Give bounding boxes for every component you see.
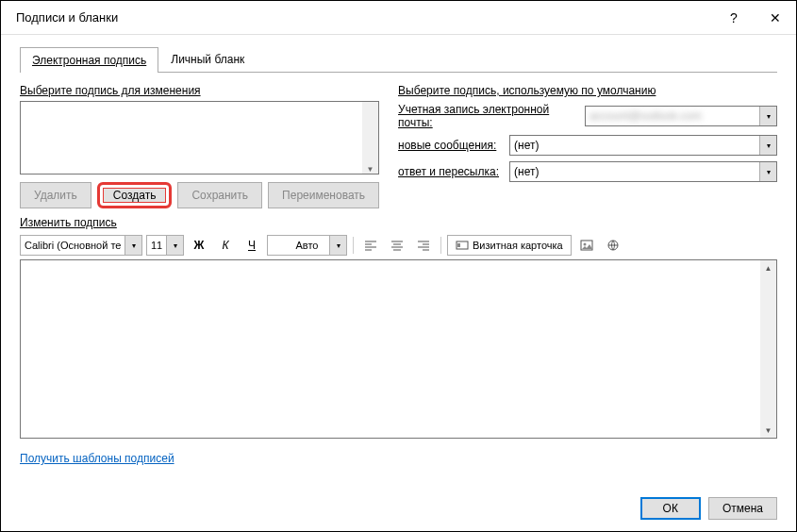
account-select[interactable]: account@outlook.com ▾: [585, 106, 777, 126]
close-button[interactable]: ✕: [755, 4, 796, 32]
svg-point-3: [583, 243, 586, 246]
chevron-down-icon: ▾: [759, 136, 776, 155]
font-value: Calibri (Основной те: [25, 240, 121, 251]
content-area: Электронная подпись Личный бланк Выберит…: [1, 35, 796, 473]
insert-picture-button[interactable]: [575, 235, 598, 256]
chevron-down-icon: ▾: [759, 107, 776, 125]
save-button[interactable]: Сохранить: [177, 182, 262, 208]
new-messages-select[interactable]: (нет) ▾: [509, 135, 777, 156]
svg-rect-1: [457, 243, 460, 247]
listbox-scrollbar[interactable]: ▼: [362, 102, 378, 174]
italic-button[interactable]: К: [214, 235, 237, 256]
signature-listbox[interactable]: ▼: [20, 101, 379, 175]
create-button[interactable]: Создать: [97, 182, 173, 208]
insert-hyperlink-button[interactable]: [602, 235, 624, 256]
bold-button[interactable]: Ж: [188, 235, 210, 256]
replies-select[interactable]: (нет) ▾: [509, 161, 777, 182]
separator: [440, 237, 441, 254]
upper-panel: Выберите подпись для изменения ▼ Удалить…: [20, 84, 777, 208]
picture-icon: [580, 239, 593, 252]
chevron-down-icon: ▾: [125, 236, 141, 255]
align-center-icon: [390, 239, 404, 252]
replies-label: ответ и пересылка:: [398, 165, 502, 178]
tabs: Электронная подпись Личный бланк: [20, 46, 777, 73]
account-value: account@outlook.com: [589, 109, 702, 123]
align-right-icon: [417, 239, 430, 252]
help-button[interactable]: ?: [713, 4, 755, 32]
font-select[interactable]: Calibri (Основной те ▾: [20, 235, 142, 256]
default-signature-label: Выберите подпись, используемую по умолча…: [398, 84, 656, 97]
left-column: Выберите подпись для изменения ▼ Удалить…: [20, 84, 379, 208]
edit-signature-label: Изменить подпись: [20, 216, 117, 229]
scroll-up-icon: ▲: [761, 260, 775, 275]
business-card-icon: [456, 239, 469, 252]
align-left-icon: [364, 239, 377, 252]
account-row: Учетная запись электронной почты: accoun…: [398, 103, 777, 129]
business-card-button[interactable]: Визитная карточка: [447, 235, 572, 256]
color-value: Авто: [296, 240, 319, 251]
select-signature-label: Выберите подпись для изменения: [20, 84, 201, 97]
hyperlink-icon: [606, 239, 620, 252]
tab-signature[interactable]: Электронная подпись: [20, 47, 158, 73]
ok-button[interactable]: ОК: [640, 497, 701, 520]
biz-card-label: Визитная карточка: [473, 240, 563, 251]
underline-button[interactable]: Ч: [241, 235, 263, 256]
cancel-button[interactable]: Отмена: [708, 497, 777, 520]
separator: [353, 237, 354, 254]
tab-stationery[interactable]: Личный бланк: [158, 46, 257, 72]
chevron-down-icon: ▾: [329, 236, 346, 255]
font-color-select[interactable]: Авто ▾: [267, 235, 347, 256]
align-left-button[interactable]: [359, 235, 382, 256]
align-right-button[interactable]: [412, 235, 435, 256]
window-title: Подписи и бланки: [16, 10, 713, 25]
account-label: Учетная запись электронной почты:: [398, 103, 577, 129]
right-column: Выберите подпись, используемую по умолча…: [398, 84, 777, 208]
replies-row: ответ и пересылка: (нет) ▾: [398, 161, 777, 182]
footer-buttons: ОК Отмена: [640, 497, 777, 520]
editor-scrollbar[interactable]: ▲ ▼: [760, 260, 776, 438]
font-size-select[interactable]: 11 ▾: [146, 235, 184, 256]
rename-button[interactable]: Переименовать: [268, 182, 379, 208]
delete-button[interactable]: Удалить: [20, 182, 91, 208]
signature-editor[interactable]: ▲ ▼: [20, 259, 777, 439]
new-messages-row: новые сообщения: (нет) ▾: [398, 135, 777, 156]
new-messages-value: (нет): [514, 139, 539, 152]
scroll-down-icon: ▼: [761, 423, 775, 438]
signature-buttons: Удалить Создать Сохранить Переименовать: [20, 182, 379, 208]
chevron-down-icon: ▾: [759, 162, 776, 181]
dialog-signatures: Подписи и бланки ? ✕ Электронная подпись…: [0, 0, 797, 532]
align-center-button[interactable]: [386, 235, 408, 256]
replies-value: (нет): [514, 165, 539, 178]
editor-toolbar: Calibri (Основной те ▾ 11 ▾ Ж К Ч Авто ▾: [20, 233, 777, 258]
scroll-down-icon: ▼: [363, 164, 377, 174]
chevron-down-icon: ▾: [166, 236, 183, 255]
size-value: 11: [151, 240, 162, 251]
titlebar: Подписи и бланки ? ✕: [1, 1, 796, 35]
templates-link[interactable]: Получить шаблоны подписей: [20, 452, 174, 465]
new-messages-label: новые сообщения:: [398, 139, 502, 152]
